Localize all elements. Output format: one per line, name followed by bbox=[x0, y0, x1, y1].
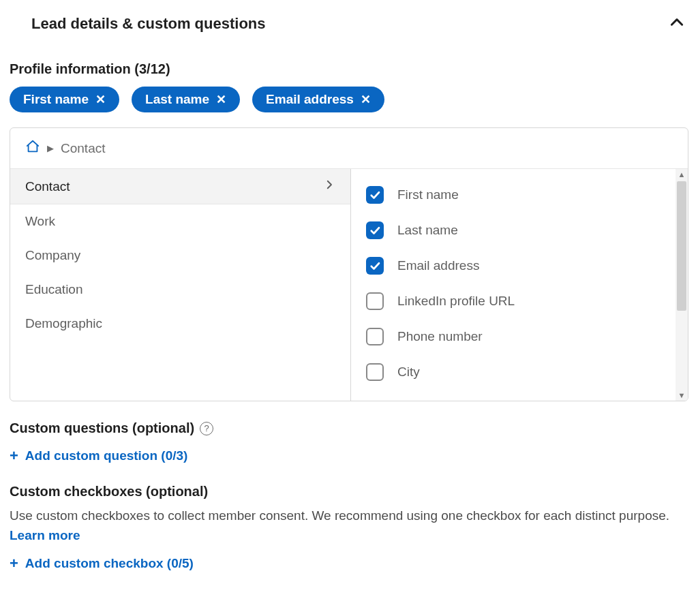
custom-checkboxes-description: Use custom checkboxes to collect member … bbox=[10, 506, 688, 545]
field-checkbox[interactable] bbox=[366, 292, 384, 310]
profile-info-heading: Profile information (3/12) bbox=[10, 61, 688, 77]
field-label: Phone number bbox=[397, 329, 483, 344]
category-item[interactable]: Work bbox=[10, 204, 350, 238]
add-custom-question-label: Add custom question (0/3) bbox=[25, 448, 188, 463]
home-icon[interactable] bbox=[25, 139, 40, 157]
scrollbar-thumb[interactable] bbox=[677, 181, 686, 311]
section-title: Lead details & custom questions bbox=[31, 15, 266, 33]
learn-more-link[interactable]: Learn more bbox=[10, 528, 80, 542]
field-label: LinkedIn profile URL bbox=[397, 294, 515, 309]
field-label: Last name bbox=[397, 223, 458, 238]
plus-icon: + bbox=[10, 555, 18, 572]
field-checkbox[interactable] bbox=[366, 257, 384, 275]
plus-icon: + bbox=[10, 447, 18, 465]
chevron-right-icon bbox=[323, 179, 335, 194]
category-item[interactable]: Company bbox=[10, 238, 350, 273]
custom-checkboxes-heading: Custom checkboxes (optional) bbox=[10, 484, 688, 499]
scroll-up-arrow-icon[interactable]: ▲ bbox=[678, 169, 686, 180]
selector-body: ContactWorkCompanyEducationDemographic F… bbox=[10, 169, 688, 401]
category-item[interactable]: Demographic bbox=[10, 307, 350, 341]
chevron-up-icon[interactable] bbox=[668, 14, 686, 34]
field-column: First nameLast nameEmail addressLinkedIn… bbox=[351, 169, 688, 401]
breadcrumb-current: Contact bbox=[61, 141, 105, 156]
field-row: Phone number bbox=[363, 319, 680, 354]
field-row: Last name bbox=[363, 213, 680, 248]
add-custom-question-button[interactable]: + Add custom question (0/3) bbox=[10, 443, 187, 469]
close-icon[interactable]: ✕ bbox=[95, 92, 106, 107]
help-icon[interactable]: ? bbox=[200, 422, 213, 435]
close-icon[interactable]: ✕ bbox=[361, 92, 371, 107]
breadcrumb-separator-icon: ▶ bbox=[47, 143, 54, 153]
field-row: City bbox=[363, 354, 680, 390]
category-label: Demographic bbox=[25, 316, 102, 331]
field-label: Email address bbox=[397, 258, 479, 273]
custom-questions-block: Custom questions (optional) ? + Add cust… bbox=[10, 420, 688, 469]
category-item[interactable]: Contact bbox=[10, 169, 350, 204]
custom-checkboxes-heading-text: Custom checkboxes (optional) bbox=[10, 484, 208, 499]
category-label: Contact bbox=[25, 179, 70, 194]
selected-field-pill: Email address✕ bbox=[252, 87, 384, 112]
custom-checkboxes-block: Custom checkboxes (optional) Use custom … bbox=[10, 484, 688, 576]
category-label: Education bbox=[25, 282, 83, 297]
pill-label: Last name bbox=[145, 92, 209, 107]
custom-questions-heading: Custom questions (optional) ? bbox=[10, 420, 688, 436]
custom-questions-heading-text: Custom questions (optional) bbox=[10, 420, 194, 436]
category-column: ContactWorkCompanyEducationDemographic bbox=[10, 169, 351, 401]
field-checkbox[interactable] bbox=[366, 186, 384, 204]
category-label: Company bbox=[25, 248, 80, 263]
field-checkbox[interactable] bbox=[366, 221, 384, 239]
breadcrumb: ▶ Contact bbox=[10, 128, 688, 169]
field-checkbox[interactable] bbox=[366, 363, 384, 381]
selected-field-pill: First name✕ bbox=[10, 87, 119, 112]
scroll-down-arrow-icon[interactable]: ▼ bbox=[678, 390, 686, 401]
scrollbar[interactable]: ▲ ▼ bbox=[676, 169, 688, 401]
add-custom-checkbox-label: Add custom checkbox (0/5) bbox=[25, 556, 194, 571]
field-label: City bbox=[397, 365, 420, 380]
add-custom-checkbox-button[interactable]: + Add custom checkbox (0/5) bbox=[10, 551, 194, 576]
selected-field-pill: Last name✕ bbox=[132, 87, 240, 112]
field-checkbox[interactable] bbox=[366, 328, 384, 345]
selected-fields-pills: First name✕Last name✕Email address✕ bbox=[10, 87, 688, 112]
category-label: Work bbox=[25, 214, 55, 229]
field-row: First name bbox=[363, 177, 680, 213]
section-header[interactable]: Lead details & custom questions bbox=[10, 8, 688, 46]
field-row: LinkedIn profile URL bbox=[363, 283, 680, 319]
category-item[interactable]: Education bbox=[10, 273, 350, 307]
close-icon[interactable]: ✕ bbox=[216, 92, 226, 107]
field-selector-panel: ▶ Contact ContactWorkCompanyEducationDem… bbox=[10, 127, 688, 401]
custom-checkboxes-description-text: Use custom checkboxes to collect member … bbox=[10, 508, 669, 523]
pill-label: Email address bbox=[266, 92, 354, 107]
pill-label: First name bbox=[23, 92, 89, 107]
field-row: Email address bbox=[363, 248, 680, 283]
field-label: First name bbox=[397, 187, 459, 202]
